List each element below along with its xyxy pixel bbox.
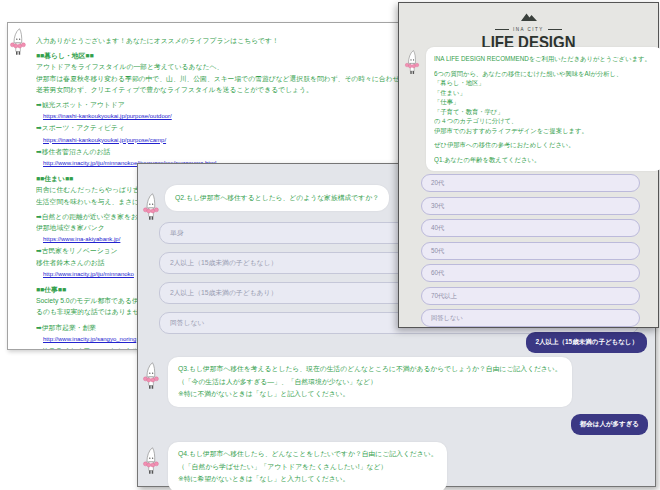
intro-line: INA LIFE DESIGN RECOMMENDをご利用いただきありがとうござ… (434, 54, 655, 64)
question3-line: （「今の生活は人が多すぎる―」、「自然環境が少ない」など） (178, 376, 562, 389)
intro-bubble: INA LIFE DESIGN RECOMMENDをご利用いただきありがとうござ… (426, 47, 660, 171)
intro-line: 伊那市でのおすすめライフデザインをご提案します。 (434, 126, 655, 136)
mascot-avatar-icon (9, 27, 28, 61)
question4-line: Q4.もし伊那市へ移住したら、どんなことをしたいですか？自由にご記入ください。 (178, 448, 437, 461)
logo-city-text: INA CITY (513, 27, 544, 32)
screenshot-stage: 入力ありがとうございます！あなたにオススメのライフプランはこちらです！■■暮らし… (0, 0, 660, 490)
panel-a-line: https://inashi-kankoukyoukai.jp/purpose/… (36, 134, 408, 146)
life-design-recommend-card: INA CITY LIFE DESIGN RECOMMENDED INA LIF… (398, 2, 659, 328)
question3-line: ※特に不満がないときは「なし」と記入してください。 (178, 388, 562, 401)
panel-a-link[interactable]: https://www.ina-akiyabank.jp/ (43, 236, 120, 242)
intro-line: 「仕事」 (434, 97, 655, 107)
question2-bubble: Q2.もし伊那市へ移住するとしたら、どのような家族構成ですか？ (165, 185, 389, 211)
q1-option-button[interactable]: 20代 (421, 174, 640, 192)
question4-line: （「自然から学ばせたい」「アウトドアをたくさんしたい!」など） (178, 461, 437, 474)
q1-option-button[interactable]: 50代 (421, 242, 640, 260)
q1-option-button[interactable]: 30代 (421, 197, 640, 215)
intro-line: ぜひ伊那市への移住の参考におためしください。 (434, 140, 655, 150)
mascot-avatar-icon (142, 446, 161, 480)
intro-line: 「暮らし・地区」 (434, 78, 655, 88)
ina-city-mountain-icon (518, 12, 540, 22)
q1-option-button[interactable]: 回答しない (421, 309, 640, 327)
panel-a-line: アウトドアをライフスタイルの一部と考えているあなたへ、 (36, 61, 408, 72)
intro-line: の４つのカテゴリに分けて、 (434, 116, 655, 126)
mascot-avatar-icon (142, 192, 161, 226)
question4-bubble: Q4.もし伊那市へ移住したら、どんなことをしたいですか？自由にご記入ください。（… (168, 442, 447, 490)
panel-a-line: https://inashi-kankoukyoukai.jp/purpose/… (36, 110, 408, 122)
intro-line: Q1.あなたの年齢を教えてください。 (434, 155, 655, 165)
q1-option-button[interactable]: 60代 (421, 264, 640, 282)
user-reply-family: 2人以上（15歳未満の子どもなし） (526, 332, 647, 353)
logo-dash-right (548, 29, 562, 30)
logo-dash-left (495, 29, 509, 30)
panel-a-link[interactable]: https://inashi-kankoukyoukai.jp/purpose/… (43, 113, 172, 119)
panel-a-line: 老若男女問わず、クリエイティブで豊かなライフスタイルを送ることができるでしょう。 (36, 84, 408, 95)
panel-a-line: ➡移住者菅沼さんのお話 (36, 146, 408, 157)
intro-line: 「住まい」 (434, 88, 655, 98)
user-reply-complaint: 都会は人が多すぎる (571, 414, 648, 435)
q1-option-button[interactable]: 70代以上 (421, 287, 640, 305)
panel-a-line: 伊那市は春夏秋冬移り変わる季節の中で、山、川、公園、スキー場での雪遊びなど選択肢… (36, 73, 408, 84)
intro-line: 「子育て・教育・学び」 (434, 107, 655, 117)
logo-city-row: INA CITY (399, 27, 658, 32)
panel-a-line: ➡観光スポット・アウトドア (36, 99, 408, 110)
mascot-avatar-icon (142, 361, 161, 395)
question3-line: Q3.もし伊那市へ移住を考えるとしたら、現在の生活のどんなところに不満があるから… (178, 363, 562, 376)
panel-a-line: 入力ありがとうございます！あなたにオススメのライフプランはこちらです！ (36, 35, 408, 46)
mascot-avatar-icon (404, 49, 421, 80)
section-heading: ■■暮らし・地区■■ (36, 50, 408, 61)
question4-line: ※特に希望がないときは「なし」と入力してください。 (178, 473, 437, 486)
panel-a-link[interactable]: http://www.inacity.jp/sangyo_noring (43, 336, 136, 342)
panel-a-line: ➡スポーツ・アクティビティ (36, 122, 408, 133)
q1-option-button[interactable]: 40代 (421, 219, 640, 237)
intro-line: 6つの質問から、あなたの移住にむけた想いや興味をAIが分析し、 (434, 69, 655, 79)
panel-a-link[interactable]: http://www.inacity.jp/iju/minnanoko (43, 271, 134, 277)
question3-bubble: Q3.もし伊那市へ移住を考えるとしたら、現在の生活のどんなところに不満があるから… (168, 357, 572, 407)
question1-options: 20代30代40代50代60代70代以上回答しない (421, 174, 640, 332)
panel-a-link[interactable]: https://inashi-kankoukyoukai.jp/purpose/… (43, 137, 166, 143)
